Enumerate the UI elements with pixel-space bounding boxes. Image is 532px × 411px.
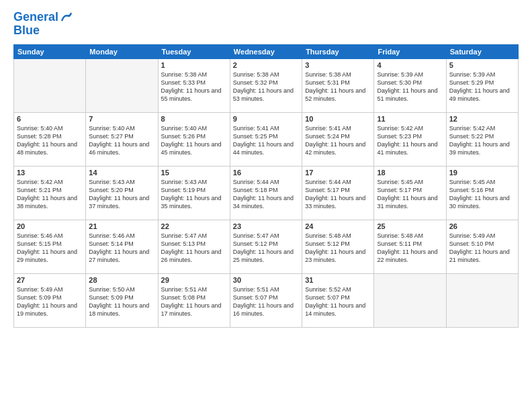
cell-info: Sunrise: 5:38 AMSunset: 5:33 PMDaylight:… [161,71,227,103]
calendar-cell: 10Sunrise: 5:41 AMSunset: 5:24 PMDayligh… [302,112,374,166]
day-number: 24 [305,222,371,230]
day-number: 4 [377,61,443,69]
day-number: 5 [449,61,515,69]
day-number: 30 [233,276,299,284]
cell-info: Sunrise: 5:46 AMSunset: 5:15 PMDaylight:… [17,232,83,265]
page: General Blue SundayMondayTuesdayWednesda… [0,0,532,411]
calendar-cell: 14Sunrise: 5:43 AMSunset: 5:20 PMDayligh… [86,166,158,220]
cell-info: Sunrise: 5:48 AMSunset: 5:11 PMDaylight:… [377,232,443,265]
day-header-wednesday: Wednesday [230,44,302,58]
header: General Blue [13,11,519,38]
day-number: 28 [89,276,154,284]
cell-info: Sunrise: 5:45 AMSunset: 5:16 PMDaylight:… [449,178,515,211]
day-number: 14 [89,169,154,177]
calendar-week-4: 20Sunrise: 5:46 AMSunset: 5:15 PMDayligh… [14,220,519,273]
calendar-week-3: 13Sunrise: 5:42 AMSunset: 5:21 PMDayligh… [14,166,519,220]
calendar-cell: 31Sunrise: 5:52 AMSunset: 5:07 PMDayligh… [302,273,374,327]
day-number: 9 [233,115,299,123]
day-header-thursday: Thursday [302,44,374,58]
day-number: 8 [161,115,227,123]
calendar-cell: 27Sunrise: 5:49 AMSunset: 5:09 PMDayligh… [14,273,86,327]
calendar-week-2: 6Sunrise: 5:40 AMSunset: 5:28 PMDaylight… [14,112,519,166]
calendar-header-row: SundayMondayTuesdayWednesdayThursdayFrid… [14,44,519,58]
calendar-cell: 30Sunrise: 5:51 AMSunset: 5:07 PMDayligh… [230,273,302,327]
day-number: 3 [305,61,371,69]
calendar-cell: 22Sunrise: 5:47 AMSunset: 5:13 PMDayligh… [158,220,230,273]
day-header-tuesday: Tuesday [158,44,230,58]
calendar-cell: 6Sunrise: 5:40 AMSunset: 5:28 PMDaylight… [14,112,86,166]
day-header-friday: Friday [374,44,446,58]
day-number: 25 [377,222,443,230]
day-number: 31 [305,276,371,284]
calendar-cell: 11Sunrise: 5:42 AMSunset: 5:23 PMDayligh… [374,112,446,166]
calendar-cell: 26Sunrise: 5:49 AMSunset: 5:10 PMDayligh… [446,220,518,273]
day-number: 19 [449,169,515,177]
day-number: 29 [161,276,227,284]
cell-info: Sunrise: 5:50 AMSunset: 5:09 PMDaylight:… [89,285,154,318]
cell-info: Sunrise: 5:51 AMSunset: 5:08 PMDaylight:… [161,285,227,318]
day-number: 20 [17,222,83,230]
cell-info: Sunrise: 5:39 AMSunset: 5:29 PMDaylight:… [449,71,515,103]
day-number: 27 [17,276,83,284]
cell-info: Sunrise: 5:41 AMSunset: 5:25 PMDaylight:… [233,124,299,157]
calendar-cell: 12Sunrise: 5:42 AMSunset: 5:22 PMDayligh… [446,112,518,166]
calendar-cell: 2Sunrise: 5:38 AMSunset: 5:32 PMDaylight… [230,58,302,112]
cell-info: Sunrise: 5:52 AMSunset: 5:07 PMDaylight:… [305,285,371,318]
calendar-cell: 29Sunrise: 5:51 AMSunset: 5:08 PMDayligh… [158,273,230,327]
cell-info: Sunrise: 5:47 AMSunset: 5:12 PMDaylight:… [233,232,299,265]
day-number: 7 [89,115,154,123]
cell-info: Sunrise: 5:43 AMSunset: 5:20 PMDaylight:… [89,178,154,211]
cell-info: Sunrise: 5:42 AMSunset: 5:23 PMDaylight:… [377,124,443,157]
logo: General Blue [13,11,73,38]
calendar-week-5: 27Sunrise: 5:49 AMSunset: 5:09 PMDayligh… [14,273,519,327]
day-number: 26 [449,222,515,230]
calendar-cell: 19Sunrise: 5:45 AMSunset: 5:16 PMDayligh… [446,166,518,220]
calendar-cell: 21Sunrise: 5:46 AMSunset: 5:14 PMDayligh… [86,220,158,273]
calendar-cell [446,273,518,327]
cell-info: Sunrise: 5:40 AMSunset: 5:27 PMDaylight:… [89,124,154,157]
day-number: 15 [161,169,227,177]
day-header-sunday: Sunday [14,44,86,58]
calendar-cell: 16Sunrise: 5:44 AMSunset: 5:18 PMDayligh… [230,166,302,220]
calendar-cell: 7Sunrise: 5:40 AMSunset: 5:27 PMDaylight… [86,112,158,166]
calendar-cell [14,58,86,112]
day-number: 10 [305,115,371,123]
cell-info: Sunrise: 5:49 AMSunset: 5:09 PMDaylight:… [17,285,83,318]
day-number: 2 [233,61,299,69]
day-number: 6 [17,115,83,123]
cell-info: Sunrise: 5:42 AMSunset: 5:22 PMDaylight:… [449,124,515,157]
cell-info: Sunrise: 5:44 AMSunset: 5:18 PMDaylight:… [233,178,299,211]
calendar-cell: 20Sunrise: 5:46 AMSunset: 5:15 PMDayligh… [14,220,86,273]
calendar-cell: 18Sunrise: 5:45 AMSunset: 5:17 PMDayligh… [374,166,446,220]
calendar-cell: 9Sunrise: 5:41 AMSunset: 5:25 PMDaylight… [230,112,302,166]
day-number: 16 [233,169,299,177]
calendar-cell [86,58,158,112]
cell-info: Sunrise: 5:46 AMSunset: 5:14 PMDaylight:… [89,232,154,265]
cell-info: Sunrise: 5:41 AMSunset: 5:24 PMDaylight:… [305,124,371,157]
cell-info: Sunrise: 5:49 AMSunset: 5:10 PMDaylight:… [449,232,515,265]
cell-info: Sunrise: 5:51 AMSunset: 5:07 PMDaylight:… [233,285,299,318]
cell-info: Sunrise: 5:40 AMSunset: 5:28 PMDaylight:… [17,124,83,157]
cell-info: Sunrise: 5:39 AMSunset: 5:30 PMDaylight:… [377,71,443,103]
cell-info: Sunrise: 5:45 AMSunset: 5:17 PMDaylight:… [377,178,443,211]
calendar-cell: 3Sunrise: 5:38 AMSunset: 5:31 PMDaylight… [302,58,374,112]
calendar-cell: 23Sunrise: 5:47 AMSunset: 5:12 PMDayligh… [230,220,302,273]
calendar-cell: 25Sunrise: 5:48 AMSunset: 5:11 PMDayligh… [374,220,446,273]
cell-info: Sunrise: 5:47 AMSunset: 5:13 PMDaylight:… [161,232,227,265]
day-header-saturday: Saturday [446,44,518,58]
calendar-week-1: 1Sunrise: 5:38 AMSunset: 5:33 PMDaylight… [14,58,519,112]
day-number: 18 [377,169,443,177]
day-number: 11 [377,115,443,123]
cell-info: Sunrise: 5:42 AMSunset: 5:21 PMDaylight:… [17,178,83,211]
calendar-cell: 4Sunrise: 5:39 AMSunset: 5:30 PMDaylight… [374,58,446,112]
day-number: 12 [449,115,515,123]
calendar-cell: 8Sunrise: 5:40 AMSunset: 5:26 PMDaylight… [158,112,230,166]
day-header-monday: Monday [86,44,158,58]
cell-info: Sunrise: 5:43 AMSunset: 5:19 PMDaylight:… [161,178,227,211]
calendar-cell: 24Sunrise: 5:48 AMSunset: 5:12 PMDayligh… [302,220,374,273]
calendar-cell: 15Sunrise: 5:43 AMSunset: 5:19 PMDayligh… [158,166,230,220]
cell-info: Sunrise: 5:38 AMSunset: 5:31 PMDaylight:… [305,71,371,103]
logo-icon [60,11,73,24]
calendar-cell: 13Sunrise: 5:42 AMSunset: 5:21 PMDayligh… [14,166,86,220]
calendar-cell [374,273,446,327]
